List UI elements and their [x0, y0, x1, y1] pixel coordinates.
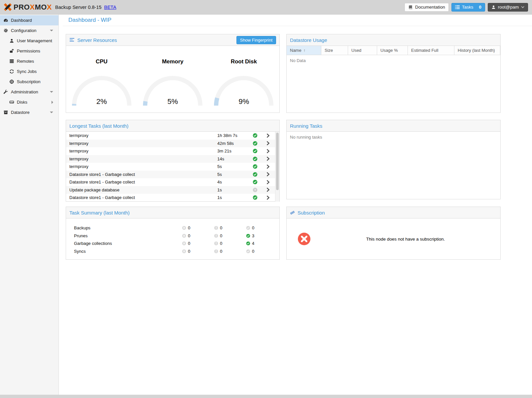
task-status-icon: ? [249, 187, 261, 192]
panel-title: Task Summary (last Month) [69, 210, 130, 216]
chevron-right-icon[interactable] [261, 141, 275, 146]
task-summary-panel: Task Summary (last Month) Backups 0 0 0 [66, 207, 280, 260]
sidebar-item-remotes[interactable]: Remotes [0, 56, 58, 66]
sidebar-item-configuration[interactable]: Configuration [0, 25, 58, 36]
list-icon [455, 5, 460, 9]
tasks-button[interactable]: Tasks 0 [451, 3, 485, 12]
task-status-icon: ? [249, 133, 261, 138]
task-row[interactable]: termproxy 1h 38m 7s ? [66, 132, 279, 140]
times-circle-icon [182, 241, 186, 246]
task-status-icon: ? [249, 156, 261, 161]
disk-icon [9, 100, 14, 105]
top-bar: PROXMOX Backup Server 0.8-15 BETA Docume… [0, 0, 532, 15]
task-status-icon: ? [249, 164, 261, 169]
panel-title: Running Tasks [290, 123, 322, 129]
datastore-usage-header: Datastore Usage [287, 34, 500, 46]
wrench-icon [3, 89, 8, 94]
task-status-icon: ? [249, 141, 261, 146]
task-row[interactable]: Update package database 1s ? [66, 186, 279, 194]
task-row[interactable]: termproxy 14s ? [66, 155, 279, 163]
beta-link[interactable]: BETA [104, 5, 116, 10]
column-header-history[interactable]: History (last Month) [454, 46, 500, 55]
column-header-used[interactable]: Used [348, 46, 377, 55]
root-disk-gauge: Root Disk 9% [212, 58, 275, 107]
panel-title: Datastore Usage [290, 37, 327, 43]
expand-arrow-icon[interactable] [50, 30, 53, 31]
column-header-estimated-full[interactable]: Estimated Full [408, 46, 454, 55]
no-running-tasks-text: No running tasks [287, 132, 500, 143]
scrollbar[interactable] [275, 132, 279, 202]
server-resources-header: Server Resources Show Fingerprint [66, 34, 279, 46]
sidebar-item-disks[interactable]: Disks [0, 97, 58, 107]
column-header-name[interactable]: Name ↑ [287, 46, 321, 55]
longest-tasks-panel: Longest Tasks (last Month) termproxy 1h … [66, 120, 280, 202]
sidebar-item-dashboard[interactable]: Dashboard [0, 15, 58, 25]
server-resources-panel: Server Resources Show Fingerprint CPU 2%… [66, 34, 280, 113]
chevron-right-icon[interactable] [261, 187, 275, 192]
column-header-usage-pct[interactable]: Usage % [377, 46, 408, 55]
subscription-body: This node does not have a subscription. [287, 218, 500, 259]
task-status-icon: ? [249, 180, 261, 184]
summary-row: Syncs 0 0 0 [66, 248, 279, 255]
chevron-right-icon[interactable] [261, 149, 275, 153]
no-data-text: No Data [287, 55, 500, 66]
sidebar-item-permissions[interactable]: Permissions [0, 46, 58, 56]
column-header-size[interactable]: Size [321, 46, 348, 55]
user-menu-button[interactable]: root@pam [488, 3, 528, 12]
bars-icon [69, 38, 75, 42]
server-list-icon [9, 59, 14, 64]
product-title: Backup Server 0.8-15 [55, 5, 101, 10]
documentation-button[interactable]: Documentation [405, 3, 449, 12]
gauges-row: CPU 2% Memory 5% [66, 46, 279, 107]
sidebar-item-sync-jobs[interactable]: Sync Jobs [0, 66, 58, 77]
running-tasks-header: Running Tasks [287, 120, 500, 132]
sidebar-item-subscription[interactable]: Subscription [0, 77, 58, 87]
times-circle-icon [182, 226, 186, 230]
gears-icon [3, 28, 8, 33]
task-row[interactable]: Datastore store1 - Garbage collect 1s ? [66, 194, 279, 202]
panel-title: Server Resources [77, 37, 117, 43]
task-row[interactable]: termproxy 5s ? [66, 163, 279, 171]
chevron-right-icon[interactable] [261, 180, 275, 184]
chevron-right-icon[interactable] [261, 164, 275, 169]
times-circle-icon [182, 234, 186, 238]
user-icon [9, 38, 14, 43]
proxmox-x-mark-icon [3, 3, 12, 12]
sidebar-item-administration[interactable]: Administration [0, 87, 58, 97]
task-status-icon: ? [249, 195, 261, 200]
summary-row: Garbage collections 0 0 4 [66, 240, 279, 248]
task-summary-header: Task Summary (last Month) [66, 207, 279, 218]
longest-tasks-list: termproxy 1h 38m 7s ? termproxy 42m 58s … [66, 132, 279, 202]
show-fingerprint-button[interactable]: Show Fingerprint [236, 36, 276, 44]
longest-tasks-header: Longest Tasks (last Month) [66, 120, 279, 132]
task-row[interactable]: termproxy 3m 21s ? [66, 147, 279, 155]
unlock-icon [9, 49, 14, 53]
sidebar-item-user-management[interactable]: User Management [0, 36, 58, 46]
collapse-arrow-icon[interactable] [52, 101, 53, 104]
task-row[interactable]: Datastore store1 - Garbage collect 5s ? [66, 171, 279, 179]
subscription-panel: Subscription This node does not have a s… [286, 207, 501, 260]
cpu-gauge-value: 2% [70, 97, 133, 106]
panel-title: Longest Tasks (last Month) [69, 123, 128, 129]
chevron-right-icon[interactable] [261, 156, 275, 161]
chevron-right-icon[interactable] [261, 195, 275, 200]
task-row[interactable]: termproxy 42m 58s ? [66, 140, 279, 148]
chevron-right-icon[interactable] [261, 133, 275, 138]
chevron-right-icon[interactable] [261, 172, 275, 177]
exclamation-circle-icon [214, 249, 218, 253]
support-icon [9, 79, 14, 84]
bottom-scroll-strip [0, 395, 532, 398]
summary-row: Backups 0 0 0 [66, 224, 279, 232]
subscription-header: Subscription [287, 207, 500, 218]
expand-arrow-icon[interactable] [50, 91, 53, 93]
sort-asc-icon: ↑ [303, 48, 305, 53]
proxmox-logo: PROXMOX [3, 3, 52, 12]
logo-text: PROXMOX [14, 3, 52, 12]
sidebar-item-datastore[interactable]: Datastore [0, 107, 58, 117]
datastore-icon [3, 110, 8, 115]
expand-arrow-icon[interactable] [50, 112, 53, 113]
scrollbar-thumb[interactable] [276, 133, 279, 190]
times-circle-icon [298, 232, 311, 246]
exclamation-circle-icon [214, 226, 218, 230]
task-row[interactable]: Datastore store1 - Garbage collect 4s ? [66, 178, 279, 186]
